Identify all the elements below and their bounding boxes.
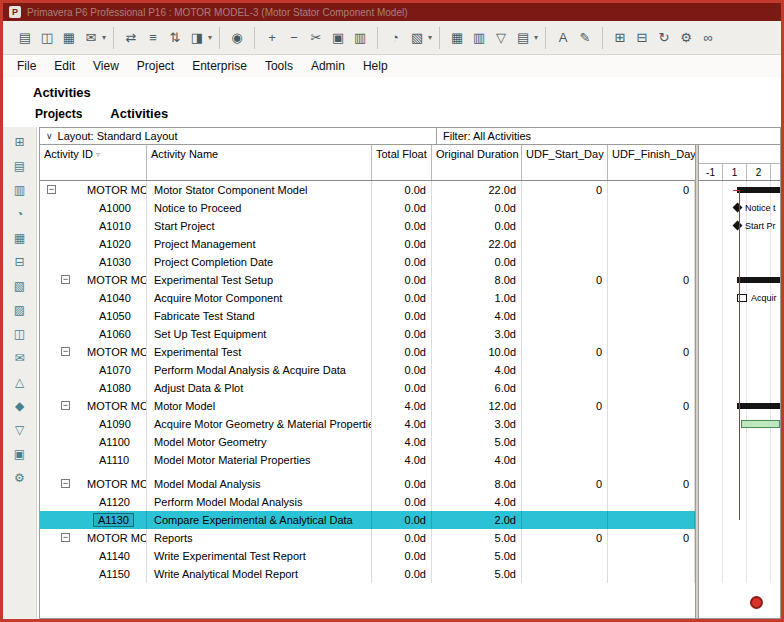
activity-row[interactable]: A1010Start Project0.0d0.0d <box>40 217 695 235</box>
activity-row[interactable]: A1100Model Motor Geometry4.0d5.0d <box>40 433 695 451</box>
dropdown-caret-icon[interactable]: ▾ <box>102 33 106 42</box>
collapse-icon[interactable]: − <box>61 479 70 488</box>
cell-udf-start-day[interactable] <box>522 451 608 469</box>
settings-icon[interactable]: ⚙ <box>676 28 696 48</box>
cell-udf-start-day[interactable]: 0 <box>522 397 608 415</box>
cell-activity-id[interactable]: A1130 <box>40 511 147 529</box>
cell-udf-finish-day[interactable] <box>608 565 695 583</box>
cell-total-float[interactable]: 0.0d <box>372 289 432 307</box>
cell-activity-id[interactable]: A1050 <box>40 307 147 325</box>
cell-udf-finish-day[interactable]: 0 <box>608 271 695 289</box>
relationship-lines-icon[interactable]: ⇅ <box>165 28 185 48</box>
cell-total-float[interactable]: 4.0d <box>372 451 432 469</box>
cell-udf-finish-day[interactable] <box>608 289 695 307</box>
cell-original-duration[interactable]: 5.0d <box>432 565 522 583</box>
cell-udf-start-day[interactable] <box>522 415 608 433</box>
cell-name[interactable]: Experimental Test Setup <box>147 271 372 289</box>
cell-original-duration[interactable]: 4.0d <box>432 493 522 511</box>
expand-all-icon[interactable]: ⊞ <box>610 28 630 48</box>
remaining-bar[interactable] <box>741 420 780 428</box>
expenses-icon[interactable]: ✉ <box>11 349 29 367</box>
refresh-icon[interactable]: ↻ <box>654 28 674 48</box>
cell-activity-id[interactable]: A1150 <box>40 565 147 583</box>
activity-row[interactable]: A1050Fabricate Test Stand0.0d4.0d <box>40 307 695 325</box>
tab-projects[interactable]: Projects <box>35 107 82 121</box>
cell-udf-finish-day[interactable] <box>608 547 695 565</box>
summary-bar[interactable] <box>737 277 780 283</box>
menu-item-edit[interactable]: Edit <box>54 59 75 73</box>
cell-udf-finish-day[interactable] <box>608 235 695 253</box>
cell-total-float[interactable]: 0.0d <box>372 475 432 493</box>
cell-total-float[interactable]: 0.0d <box>372 235 432 253</box>
delete-icon[interactable]: − <box>284 28 304 48</box>
cell-udf-start-day[interactable] <box>522 289 608 307</box>
cell-original-duration[interactable]: 22.0d <box>432 235 522 253</box>
cell-udf-finish-day[interactable] <box>608 199 695 217</box>
cell-total-float[interactable]: 0.0d <box>372 217 432 235</box>
cell-activity-id[interactable]: A1090 <box>40 415 147 433</box>
risks-icon[interactable]: ▽ <box>11 421 29 439</box>
cell-name[interactable]: Set Up Test Equipment <box>147 325 372 343</box>
cell-total-float[interactable]: 0.0d <box>372 379 432 397</box>
search-icon[interactable]: ◉ <box>227 28 247 48</box>
cell-udf-finish-day[interactable] <box>608 379 695 397</box>
cell-name[interactable]: Motor Model <box>147 397 372 415</box>
issues-icon[interactable]: ◆ <box>11 397 29 415</box>
cell-udf-start-day[interactable]: 0 <box>522 271 608 289</box>
cell-original-duration[interactable]: 4.0d <box>432 307 522 325</box>
cell-activity-id[interactable]: −MOTOR MODEL-3.3 <box>40 397 147 415</box>
timescale-icon[interactable]: ⇄ <box>121 28 141 48</box>
menu-item-file[interactable]: File <box>17 59 36 73</box>
cell-activity-id[interactable]: A1040 <box>40 289 147 307</box>
dropdown-caret-icon[interactable]: ▾ <box>428 33 432 42</box>
projects-icon[interactable]: ⊞ <box>11 133 29 151</box>
layout-section[interactable]: ∨ Layout: Standard Layout <box>40 128 437 144</box>
activity-row[interactable]: A1040Acquire Motor Component0.0d1.0d <box>40 289 695 307</box>
collapse-icon[interactable]: − <box>47 185 56 194</box>
level-resources-icon[interactable]: ▧ <box>407 28 427 48</box>
activity-row[interactable]: A1080Adjust Data & Plot0.0d6.0d <box>40 379 695 397</box>
group-row[interactable]: −MOTOR MODEL-3.2Experimental Test0.0d10.… <box>40 343 695 361</box>
cell-total-float[interactable]: 0.0d <box>372 199 432 217</box>
menu-item-view[interactable]: View <box>93 59 119 73</box>
chevron-down-icon[interactable]: ∨ <box>46 131 53 141</box>
cell-udf-start-day[interactable]: 0 <box>522 343 608 361</box>
cell-name[interactable]: Adjust Data & Plot <box>147 379 372 397</box>
dropdown-caret-icon[interactable]: ▾ <box>534 33 538 42</box>
gantt-body[interactable]: Notice tStart PrAcquir <box>699 181 780 583</box>
cell-original-duration[interactable]: 6.0d <box>432 379 522 397</box>
cell-udf-finish-day[interactable] <box>608 415 695 433</box>
reports-icon[interactable]: ▥ <box>11 181 29 199</box>
cell-udf-finish-day[interactable]: 0 <box>608 343 695 361</box>
cell-name[interactable]: Perform Modal Analysis & Acquire Data <box>147 361 372 379</box>
cell-total-float[interactable]: 0.0d <box>372 565 432 583</box>
cell-name[interactable]: Acquire Motor Component <box>147 289 372 307</box>
print-preview-icon[interactable]: ◫ <box>37 28 57 48</box>
cell-name[interactable]: Motor Stator Component Model <box>147 181 372 199</box>
cell-original-duration[interactable]: 3.0d <box>432 415 522 433</box>
activity-row[interactable]: A1150Write Analytical Model Report0.0d5.… <box>40 565 695 583</box>
cell-original-duration[interactable]: 5.0d <box>432 433 522 451</box>
cell-activity-id[interactable]: A1120 <box>40 493 147 511</box>
menu-item-project[interactable]: Project <box>137 59 174 73</box>
cell-name[interactable]: Perform Model Modal Analysis <box>147 493 372 511</box>
cell-udf-start-day[interactable] <box>522 253 608 271</box>
summary-bar[interactable] <box>737 187 780 193</box>
cell-udf-finish-day[interactable] <box>608 451 695 469</box>
cell-name[interactable]: Project Completion Date <box>147 253 372 271</box>
cell-original-duration[interactable]: 2.0d <box>432 511 522 529</box>
group-row[interactable]: −MOTOR MODEL-3.5Reports0.0d5.0d00 <box>40 529 695 547</box>
cell-udf-start-day[interactable] <box>522 379 608 397</box>
cell-activity-id[interactable]: −MOTOR MODEL-3.5 <box>40 529 147 547</box>
cell-total-float[interactable]: 0.0d <box>372 181 432 199</box>
cell-total-float[interactable]: 0.0d <box>372 253 432 271</box>
cell-activity-id[interactable]: A1060 <box>40 325 147 343</box>
tracking-icon[interactable]: ◔ <box>11 205 29 223</box>
cell-original-duration[interactable]: 3.0d <box>432 325 522 343</box>
layout-options-bar[interactable]: ∨ Layout: Standard Layout Filter: All Ac… <box>40 128 780 145</box>
cell-udf-start-day[interactable] <box>522 433 608 451</box>
cell-total-float[interactable]: 0.0d <box>372 529 432 547</box>
cell-original-duration[interactable]: 0.0d <box>432 253 522 271</box>
cell-udf-finish-day[interactable] <box>608 361 695 379</box>
group-row[interactable]: −MOTOR MODEL-3.4Model Modal Analysis0.0d… <box>40 475 695 493</box>
